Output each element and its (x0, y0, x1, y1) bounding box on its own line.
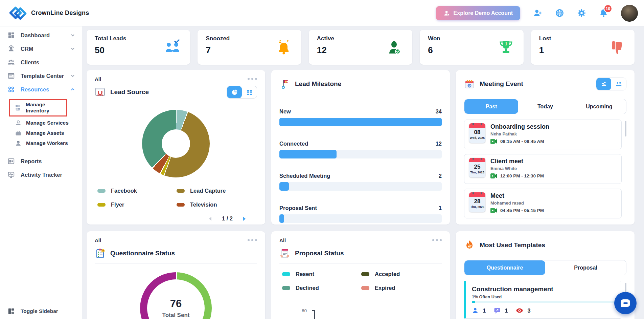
tab-proposal[interactable]: Proposal (545, 260, 626, 275)
sidebar-item-crm[interactable]: CRM (0, 42, 82, 56)
proposal-bar-chart[interactable]: 60 (279, 307, 442, 319)
stat-card-active[interactable]: Active 12 (309, 30, 412, 65)
sidebar-subitem-manage-inventory-highlighted[interactable]: Manage Inventory (9, 99, 67, 116)
sidebar-subitem-manage-services[interactable]: Manage Services (0, 118, 82, 128)
meeting-view-toggle (596, 78, 626, 90)
sidebar-item-resources[interactable]: Resources (0, 83, 82, 96)
meeting-event-calendar-icon (464, 79, 475, 89)
explore-demo-account-button[interactable]: Explore Demo Account (436, 6, 520, 20)
event-date-chip: 25 Thu, 2025 (469, 158, 485, 177)
lead-source-view-toggle (227, 86, 257, 99)
sidebar-item-clients[interactable]: Clients (0, 56, 82, 69)
milestone-row-new: New34 (279, 108, 442, 126)
meeting-event-title: Meeting Event (480, 80, 591, 88)
legend-item-lead-capture: Lead Capture (177, 188, 256, 194)
event-title: Onboarding session (490, 123, 549, 130)
sidebar-item-template-center[interactable]: Template Center (0, 69, 82, 83)
template-center-icon (7, 72, 15, 80)
explore-demo-account-label: Explore Demo Account (454, 10, 513, 16)
sidebar-item-reports[interactable]: Reports (0, 154, 82, 168)
globe-icon[interactable] (555, 8, 564, 18)
templates-list[interactable]: Construction management 1% Often Used 1 … (464, 281, 626, 319)
brand-name: CrownLine Designs (31, 9, 89, 17)
template-item-construction-management[interactable]: Construction management 1% Often Used 1 … (464, 281, 621, 319)
event-item-meet[interactable]: 28 Thu, 2025 Meet Mohamed rasad 04:45 PM… (464, 189, 622, 218)
legend-item-accepted: Accepted (361, 271, 440, 277)
chevron-down-icon (70, 46, 75, 51)
y-axis-line (314, 310, 315, 319)
tab-past[interactable]: Past (464, 99, 518, 114)
pager-next-icon[interactable] (242, 216, 246, 221)
questionnaire-filter[interactable]: All (95, 237, 101, 243)
scrollbar-thumb[interactable] (625, 121, 626, 136)
legend-item-expired: Expired (361, 285, 440, 291)
chat-widget-button[interactable] (614, 292, 637, 314)
table-view-button[interactable] (242, 86, 257, 98)
questionnaire-total-value: 76 (170, 298, 182, 310)
stat-card-snoozed[interactable]: Snoozed 7 Z z (198, 30, 301, 65)
sidebar-item-activity-tracker[interactable]: Activity Tracker (0, 168, 82, 182)
proposal-menu-dots[interactable] (432, 238, 442, 242)
meet-camera-icon (490, 208, 497, 213)
pie-view-button[interactable] (227, 86, 242, 98)
event-item-client-meet[interactable]: 25 Thu, 2025 Client meet Emma White 12:0… (464, 154, 622, 184)
proposal-filter[interactable]: All (279, 237, 286, 243)
tab-today[interactable]: Today (518, 99, 572, 114)
add-user-icon[interactable] (533, 8, 542, 18)
views-eye-icon (516, 307, 523, 314)
milestone-row-scheduled-meeting: Scheduled Meeting2 (279, 173, 442, 191)
milestone-bar-track[interactable] (279, 118, 442, 126)
toggle-sidebar-button[interactable]: Toggle Sidebar (7, 307, 58, 315)
lead-source-legend: Facebook Lead Capture Flyer Television (97, 188, 256, 208)
proposal-status-title: Proposal Status (295, 250, 442, 257)
manage-inventory-icon (15, 104, 21, 111)
reports-icon (7, 157, 15, 165)
lead-milestone-card: Lead Milestone New34 Connected12 Schedul… (271, 70, 450, 225)
meeting-event-list[interactable]: 08 Wed, 2025 Onboarding session Neha Pat… (464, 120, 626, 225)
event-item-onboarding-session[interactable]: 08 Wed, 2025 Onboarding session Neha Pat… (464, 120, 622, 149)
stat-card-won[interactable]: Won 6 1 (420, 30, 523, 65)
meeting-event-card: Meeting Event Past Today Upcoming (456, 70, 635, 225)
users-icon (472, 307, 479, 314)
activity-tracker-icon (7, 171, 15, 178)
stat-card-lost[interactable]: Lost 1 (531, 30, 635, 65)
sidebar-subitem-manage-assets[interactable]: Manage Assets (0, 128, 82, 138)
tab-questionnaire[interactable]: Questionnaire (464, 260, 545, 275)
questionnaire-status-card: All ? Questionnaire Status 76 (87, 231, 265, 319)
sidebar-item-dashboard[interactable]: Dashboard (0, 28, 82, 42)
most-used-templates-card: Most Used Templates Questionnaire Propos… (456, 231, 635, 319)
lead-source-filter[interactable]: All (95, 76, 101, 82)
event-person: Neha Pathak (490, 131, 549, 136)
sidebar-subitem-manage-workers[interactable]: Manage Workers (0, 138, 82, 148)
meeting-list-view-button[interactable] (596, 78, 611, 90)
legend-item-flyer: Flyer (97, 201, 177, 208)
sidebar-sublabel-manage-inventory: Manage Inventory (26, 102, 65, 114)
milestone-bar-track[interactable] (279, 150, 442, 158)
event-time-row: 08:15 AM - 08:45 AM (490, 139, 549, 144)
pager-prev-icon[interactable] (208, 216, 212, 221)
chat-bubble-icon (621, 299, 630, 307)
proposal-status-card: All Proposal Status Resent (271, 231, 450, 319)
milestone-bar-fill (279, 214, 284, 223)
milestone-row-connected: Connected12 (279, 141, 442, 158)
sidebar: Dashboard CRM Clients Template Center (0, 26, 82, 319)
user-avatar[interactable] (621, 5, 638, 22)
questionnaire-status-icon: ? (95, 248, 106, 259)
template-stats: 1 1 3 (472, 307, 615, 314)
settings-gear-icon[interactable] (577, 8, 586, 18)
crownline-logo-icon (9, 4, 27, 22)
milestone-bar-track[interactable] (279, 214, 442, 223)
meeting-people-view-button[interactable] (611, 78, 626, 90)
notifications-button[interactable]: 10 (599, 8, 608, 18)
sidebar-layout-icon (7, 307, 15, 315)
lead-source-donut-chart[interactable] (142, 110, 210, 177)
tab-upcoming[interactable]: Upcoming (572, 99, 626, 114)
questionnaire-donut-chart[interactable]: 76 Total Sent (140, 272, 212, 319)
milestone-bar-track[interactable] (279, 182, 442, 191)
stat-card-total-leads[interactable]: Total Leads 50 (87, 30, 190, 65)
questionnaire-menu-dots[interactable] (248, 238, 257, 242)
milestone-bar-fill (279, 182, 289, 191)
milestone-row-proposal-sent: Proposal Sent1 (279, 205, 442, 223)
brand[interactable]: CrownLine Designs (9, 4, 89, 22)
lead-source-menu-dots[interactable] (248, 77, 257, 81)
